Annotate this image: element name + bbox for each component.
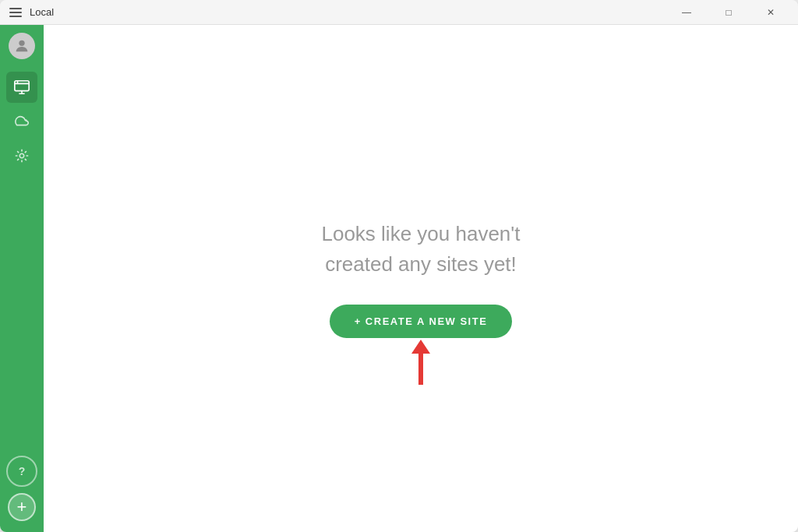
- sidebar-nav: [6, 72, 37, 456]
- app-window: Local — □ ✕: [0, 0, 798, 532]
- cloud-icon: [13, 113, 30, 130]
- svg-point-6: [19, 153, 24, 158]
- svg-line-14: [25, 151, 26, 153]
- sidebar-bottom: ? +: [6, 456, 37, 524]
- sites-icon: [13, 79, 30, 96]
- empty-state: Looks like you haven'tcreated any sites …: [321, 219, 520, 338]
- arrow-shaft: [418, 354, 423, 385]
- sidebar-item-addons[interactable]: [6, 140, 37, 171]
- user-avatar[interactable]: [9, 33, 35, 59]
- arrow-annotation: [411, 340, 430, 385]
- menu-icon[interactable]: [9, 8, 22, 17]
- maximize-button[interactable]: □: [711, 0, 747, 25]
- svg-rect-1: [15, 81, 29, 91]
- sidebar-item-sites[interactable]: [6, 72, 37, 103]
- sidebar-item-cloud[interactable]: [6, 106, 37, 137]
- add-icon: +: [17, 497, 27, 517]
- svg-line-12: [25, 159, 26, 160]
- addons-icon: [13, 147, 30, 164]
- svg-line-11: [17, 151, 19, 153]
- arrow-head: [411, 340, 430, 354]
- titlebar: Local — □ ✕: [0, 0, 798, 25]
- minimize-button[interactable]: —: [669, 0, 704, 25]
- avatar-icon: [13, 37, 30, 55]
- close-button[interactable]: ✕: [753, 0, 789, 25]
- svg-line-13: [17, 159, 19, 160]
- create-site-button[interactable]: + CREATE A NEW SITE: [330, 305, 513, 338]
- app-title: Local: [30, 6, 54, 18]
- add-site-button[interactable]: +: [8, 493, 36, 521]
- sidebar: ? +: [0, 25, 44, 532]
- main-layout: ? + Looks like you haven'tcreated any si…: [0, 25, 798, 532]
- help-button[interactable]: ?: [6, 456, 37, 487]
- empty-message: Looks like you haven'tcreated any sites …: [321, 219, 520, 280]
- window-controls: — □ ✕: [669, 0, 789, 25]
- titlebar-left: Local: [9, 6, 54, 18]
- help-icon: ?: [19, 465, 26, 477]
- main-content: Looks like you haven'tcreated any sites …: [44, 25, 798, 532]
- svg-point-0: [19, 41, 24, 46]
